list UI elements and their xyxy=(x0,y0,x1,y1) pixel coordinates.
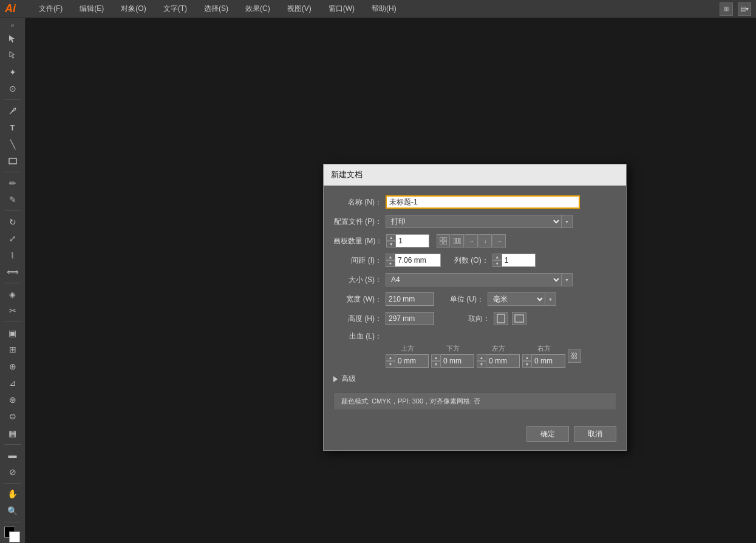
scale-tool[interactable]: ⤢ xyxy=(4,231,21,247)
artboard-increment[interactable]: ▲ xyxy=(386,234,396,241)
layout-row-btn[interactable] xyxy=(451,234,464,248)
spacing-decrement[interactable]: ▼ xyxy=(386,260,395,267)
workspace-icon[interactable]: ⊞ xyxy=(720,2,733,16)
profile-row: 配置文件 (P)： 打印 ▼ xyxy=(333,215,616,228)
chart-tool[interactable]: ▦ xyxy=(4,425,21,441)
bleed-left-decrement[interactable]: ▼ xyxy=(477,361,486,368)
bleed-top-increment[interactable]: ▲ xyxy=(386,354,395,361)
pencil-tool[interactable]: ✎ xyxy=(4,192,21,208)
separator-4 xyxy=(4,283,21,283)
hand-tool[interactable]: ✋ xyxy=(4,487,21,502)
fill-stroke-swatch[interactable] xyxy=(4,527,21,542)
warp-tool[interactable]: ⌇ xyxy=(4,248,21,263)
menubar: Ai 文件(F) 编辑(E) 对象(O) 文字(T) 选择(S) 效果(C) 视… xyxy=(0,0,756,18)
columns-increment[interactable]: ▲ xyxy=(492,254,502,260)
artboard-tool[interactable]: ▬ xyxy=(4,448,21,464)
scissors-tool[interactable]: ✂ xyxy=(4,303,21,319)
svg-rect-5 xyxy=(454,238,455,243)
pen-tool[interactable] xyxy=(4,103,21,119)
height-input[interactable] xyxy=(386,312,434,325)
profile-dropdown-btn[interactable]: ▼ xyxy=(562,215,573,228)
menu-window[interactable]: 窗口(W) xyxy=(325,2,358,15)
symbol-tool[interactable]: ⊜ xyxy=(4,409,21,425)
selection-tool[interactable] xyxy=(4,31,21,47)
menu-object[interactable]: 对象(O) xyxy=(117,2,149,15)
bleed-bottom-increment[interactable]: ▲ xyxy=(431,354,441,361)
menu-select[interactable]: 选择(S) xyxy=(200,2,232,15)
menu-file[interactable]: 文件(F) xyxy=(35,2,66,15)
cancel-button[interactable]: 取消 xyxy=(574,426,616,442)
magic-wand-tool[interactable]: ✦ xyxy=(4,64,21,80)
orient-landscape-btn[interactable] xyxy=(512,312,526,325)
artboard-decrement[interactable]: ▼ xyxy=(386,241,396,248)
unit-dropdown-btn[interactable]: ▼ xyxy=(545,292,556,306)
spacing-increment[interactable]: ▲ xyxy=(386,254,395,260)
dialog-body: 名称 (N)： 配置文件 (P)： 打印 ▼ xyxy=(324,186,626,420)
separator-2 xyxy=(4,172,21,172)
size-select[interactable]: A4 xyxy=(386,273,562,286)
size-dropdown-btn[interactable]: ▼ xyxy=(562,273,573,286)
type-tool[interactable]: T xyxy=(4,120,21,136)
unit-label: 单位 (U)： xyxy=(450,294,484,305)
name-input[interactable] xyxy=(386,195,580,209)
artboard-spin-btns: ▲ ▼ xyxy=(386,234,396,248)
advanced-label[interactable]: 高级 xyxy=(341,374,356,384)
layout-by-row-btn[interactable]: → xyxy=(465,234,478,248)
artboard-count-input[interactable] xyxy=(396,234,429,248)
gradient-tool[interactable]: ▣ xyxy=(4,325,21,341)
mesh-tool[interactable]: ⊞ xyxy=(4,342,21,358)
menu-help[interactable]: 帮助(H) xyxy=(368,2,400,15)
blend-tool[interactable]: ⊛ xyxy=(4,392,21,408)
bleed-chain-btn[interactable]: ⛓ xyxy=(568,349,581,363)
svg-rect-0 xyxy=(9,158,16,164)
bleed-top-input[interactable] xyxy=(395,354,429,368)
paintbrush-tool[interactable]: ✏ xyxy=(4,175,21,191)
orient-portrait-btn[interactable] xyxy=(494,312,508,325)
app-logo: Ai xyxy=(5,2,23,15)
lasso-tool[interactable]: ⊙ xyxy=(4,81,21,97)
canvas-area: 新建文档 名称 (N)： 配置文件 (P)： 打印 ▼ xyxy=(26,18,756,543)
bleed-right-increment[interactable]: ▲ xyxy=(522,354,532,361)
columns-label: 列数 (O)： xyxy=(454,255,489,266)
color-info-text: 颜色模式: CMYK，PPI: 300，对齐像素网格: 否 xyxy=(341,397,480,405)
zoom-tool[interactable]: 🔍 xyxy=(4,503,21,519)
rotate-tool[interactable]: ↻ xyxy=(4,214,21,230)
columns-decrement[interactable]: ▼ xyxy=(492,260,502,267)
bleed-label: 出血 (L)： xyxy=(333,331,382,342)
menu-edit[interactable]: 编辑(E) xyxy=(76,2,107,15)
spacing-input[interactable] xyxy=(395,254,441,267)
profile-select[interactable]: 打印 xyxy=(386,215,562,228)
bleed-bottom-decrement[interactable]: ▼ xyxy=(431,361,441,368)
layout-rtl-btn[interactable]: → xyxy=(492,234,506,248)
line-tool[interactable]: ╲ xyxy=(4,137,21,152)
shape-builder-tool[interactable]: ⊕ xyxy=(4,359,21,374)
eyedropper-tool[interactable]: ⊿ xyxy=(4,376,21,391)
bleed-top-decrement[interactable]: ▼ xyxy=(386,361,395,368)
arrange-icon[interactable]: ▤▾ xyxy=(738,2,751,16)
slice-tool[interactable]: ⊘ xyxy=(4,464,21,480)
layout-grid-btn[interactable] xyxy=(437,234,450,248)
bleed-left-input[interactable] xyxy=(486,354,520,368)
menu-effect[interactable]: 效果(C) xyxy=(242,2,274,15)
rect-tool[interactable] xyxy=(4,153,21,169)
width-input[interactable] xyxy=(386,292,434,306)
advanced-toggle-btn[interactable] xyxy=(333,376,338,382)
unit-select[interactable]: 毫米 xyxy=(488,292,545,306)
bleed-right-decrement[interactable]: ▼ xyxy=(522,361,532,368)
columns-input[interactable] xyxy=(502,254,536,267)
direct-selection-tool[interactable] xyxy=(4,48,21,64)
width-unit-row: 宽度 (W)： 单位 (U)： 毫米 ▼ xyxy=(333,292,616,306)
menu-view[interactable]: 视图(V) xyxy=(284,2,315,15)
separator-1 xyxy=(4,99,21,100)
size-row: 大小 (S)： A4 ▼ xyxy=(333,273,616,286)
eraser-tool[interactable]: ◈ xyxy=(4,286,21,302)
bleed-right-input[interactable] xyxy=(532,354,565,368)
bleed-left-increment[interactable]: ▲ xyxy=(477,354,486,361)
menu-text[interactable]: 文字(T) xyxy=(160,2,191,15)
height-label: 高度 (H)： xyxy=(333,314,382,324)
confirm-button[interactable]: 确定 xyxy=(526,426,569,442)
bleed-bottom-input[interactable] xyxy=(441,354,474,368)
layout-by-col-btn[interactable]: ↓ xyxy=(478,234,492,248)
width-tool[interactable]: ⟺ xyxy=(4,265,21,280)
svg-rect-9 xyxy=(515,315,523,322)
